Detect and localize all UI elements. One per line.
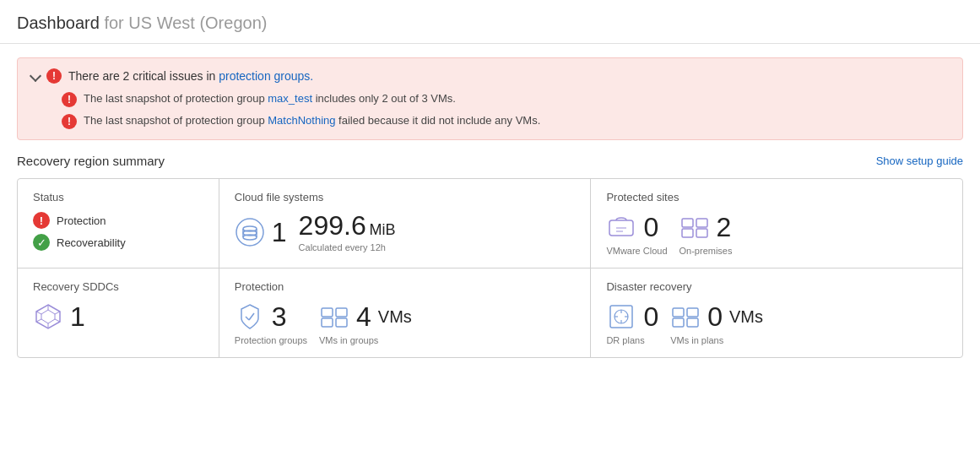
disaster-recovery-cell: Disaster recovery 0	[591, 268, 962, 357]
protection-groups-block: 3 Protection groups	[235, 301, 307, 345]
protection-vms-icon	[319, 301, 349, 332]
protection-vms-block: 4 VMs VMs in groups	[319, 301, 412, 345]
protection-groups-count: 3	[272, 303, 287, 330]
alert-item-text: The last snapshot of protection group Ma…	[84, 114, 540, 127]
cloud-fs-content: 1 299.6 MiB Calculated every 12h	[235, 212, 576, 252]
cloud-fs-icon	[235, 217, 265, 247]
protection-cell: Protection 3 Protection groups	[219, 268, 592, 357]
dr-plans-count: 0	[643, 303, 658, 330]
collapse-icon[interactable]	[30, 70, 41, 82]
svg-rect-31	[673, 308, 684, 317]
grid-row-bottom: Recovery SDDCs 1	[18, 268, 962, 357]
dr-vms-label: VMs in plans	[670, 335, 723, 345]
svg-line-18	[36, 312, 41, 314]
protection-groups-link[interactable]: protection groups.	[219, 69, 313, 83]
svg-line-20	[249, 313, 254, 320]
cloud-fs-size-note: Calculated every 12h	[299, 242, 386, 252]
svg-rect-9	[696, 219, 707, 227]
protected-sites-content: 0 VMware Cloud 2	[606, 212, 947, 256]
cloud-fs-size-block: 299.6 MiB Calculated every 12h	[299, 212, 396, 252]
summary-grid: Status ! Protection ✓ Recoverability Clo…	[17, 178, 963, 358]
recovery-sddcs-title: Recovery SDDCs	[33, 280, 203, 293]
alert-item-error-icon: !	[62, 114, 77, 129]
dr-plans-block: 0 DR plans	[606, 301, 658, 345]
svg-line-17	[36, 319, 41, 322]
grid-row-top: Status ! Protection ✓ Recoverability Clo…	[18, 179, 962, 268]
recoverability-status-icon: ✓	[33, 234, 50, 251]
svg-rect-8	[682, 229, 693, 237]
vmware-cloud-count: 0	[643, 214, 658, 241]
match-nothing-link[interactable]: MatchNothing	[268, 114, 335, 127]
recovery-sddcs-content: 1	[33, 301, 203, 332]
alert-item-error-icon: !	[62, 92, 77, 107]
alert-item: ! The last snapshot of protection group …	[62, 114, 949, 129]
svg-point-0	[236, 219, 263, 246]
onprem-label: On-premises	[680, 246, 733, 256]
setup-guide-link[interactable]: Show setup guide	[876, 155, 963, 167]
alert-item: ! The last snapshot of protection group …	[62, 92, 949, 107]
vmware-cloud-label: VMware Cloud	[606, 246, 667, 256]
svg-rect-21	[322, 308, 333, 317]
protection-status-icon: !	[33, 212, 50, 229]
dr-vms-icon	[670, 301, 701, 332]
alert-header: ! There are 2 critical issues in protect…	[31, 68, 949, 84]
svg-rect-7	[682, 219, 693, 227]
svg-line-15	[55, 319, 60, 322]
page-title: Dashboard for US West (Oregon)	[17, 14, 963, 33]
protection-groups-icon	[235, 301, 265, 332]
status-list: ! Protection ✓ Recoverability	[33, 212, 203, 251]
status-title: Status	[33, 191, 203, 203]
svg-rect-34	[687, 318, 698, 327]
recovery-sddc-icon	[33, 301, 63, 332]
onprem-count: 2	[717, 214, 732, 241]
svg-line-14	[55, 312, 60, 314]
recovery-sddcs-count: 1	[70, 303, 85, 330]
protected-sites-cell: Protected sites 0 VMware Cloud	[591, 179, 962, 268]
summary-header: Recovery region summary Show setup guide	[17, 154, 963, 168]
alert-banner: ! There are 2 critical issues in protect…	[17, 57, 963, 140]
cloud-fs-size: 299.6 MiB	[299, 212, 396, 239]
protection-groups-label: Protection groups	[235, 335, 307, 345]
disaster-recovery-content: 0 DR plans 0 V	[606, 301, 947, 345]
svg-rect-23	[336, 308, 347, 317]
svg-rect-22	[322, 318, 333, 327]
svg-rect-32	[673, 318, 684, 327]
svg-rect-10	[696, 229, 707, 237]
svg-line-19	[246, 317, 249, 320]
max-test-link[interactable]: max_test	[268, 92, 312, 105]
status-cell: Status ! Protection ✓ Recoverability	[18, 179, 219, 268]
protection-vms-label: VMs in groups	[319, 335, 378, 345]
protection-vms-count: 4	[356, 303, 371, 330]
recovery-sddcs-cell: Recovery SDDCs 1	[18, 268, 219, 357]
alert-items-list: ! The last snapshot of protection group …	[31, 92, 949, 129]
svg-rect-24	[336, 318, 347, 327]
protected-sites-title: Protected sites	[606, 191, 947, 203]
protection-title: Protection	[235, 280, 576, 293]
status-item-recoverability: ✓ Recoverability	[33, 234, 203, 251]
alert-error-icon: !	[46, 68, 62, 84]
protection-content: 3 Protection groups 4	[235, 301, 576, 345]
dr-plans-label: DR plans	[606, 335, 644, 345]
on-premises-icon	[680, 212, 710, 242]
svg-rect-25	[610, 306, 632, 328]
svg-marker-12	[41, 310, 55, 323]
alert-item-text: The last snapshot of protection group ma…	[84, 92, 456, 105]
cloud-fs-title: Cloud file systems	[235, 191, 576, 203]
dr-vms-block: 0 VMs VMs in plans	[670, 301, 763, 345]
summary-section: Recovery region summary Show setup guide…	[0, 154, 980, 372]
svg-rect-33	[687, 308, 698, 317]
dr-plans-icon	[606, 301, 636, 332]
summary-title: Recovery region summary	[17, 154, 165, 168]
dr-vms-count: 0	[707, 303, 723, 330]
vmware-cloud-block: 0 VMware Cloud	[606, 212, 667, 256]
onprem-block: 2 On-premises	[680, 212, 733, 256]
vmware-cloud-icon	[606, 212, 636, 242]
alert-summary-text: There are 2 critical issues in protectio…	[68, 69, 313, 83]
disaster-recovery-title: Disaster recovery	[606, 280, 947, 293]
cloud-fs-count: 1	[272, 219, 287, 246]
cloud-fs-count-block: 1	[235, 217, 287, 247]
page-header: Dashboard for US West (Oregon)	[0, 0, 980, 44]
status-item-protection: ! Protection	[33, 212, 203, 229]
cloud-fs-cell: Cloud file systems 1	[219, 179, 592, 268]
